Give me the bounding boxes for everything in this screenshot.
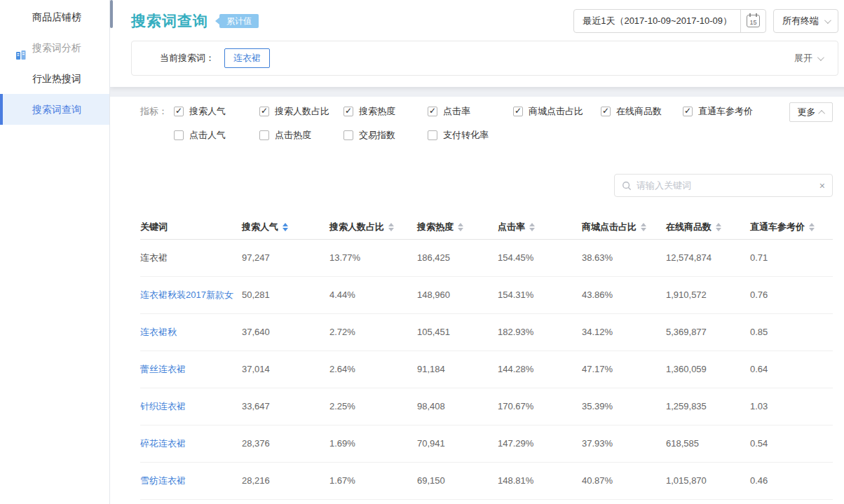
indicator-option[interactable]: 支付转化率 [428, 126, 513, 144]
sort-icon[interactable] [716, 223, 721, 231]
sidebar-menu: 商品店铺榜搜索词分析行业热搜词搜索词查询 [0, 1, 109, 125]
keyword-search-input[interactable] [637, 180, 815, 191]
column-header-inner: 商城点击占比 [582, 221, 646, 233]
main-area: 搜索词查询 累计值 最近1天（2017-10-09~2017-10-09） 15… [110, 0, 844, 504]
column-header-inner: 关键词 [140, 221, 168, 233]
indicator-option[interactable]: 点击率 [428, 102, 513, 121]
column-header-inner: 在线商品数 [666, 221, 721, 233]
value-cell: 34.12% [582, 313, 666, 350]
sort-icon[interactable] [809, 223, 815, 231]
current-term-label: 当前搜索词： [160, 52, 215, 64]
calendar-icon: 15 [747, 15, 760, 27]
column-header[interactable]: 搜索热度 [417, 215, 498, 239]
indicator-option[interactable]: 点击人气 [174, 126, 259, 144]
value-cell: 148.81% [498, 462, 582, 499]
table-row: 雪纺连衣裙28,2161.67%69,150148.81%40.87%1,015… [140, 462, 833, 499]
value-cell: 37,640 [242, 313, 329, 350]
value-cell: 1.67% [329, 462, 417, 499]
indicator-option[interactable]: 交易指数 [343, 126, 428, 144]
value-cell: 105,451 [417, 313, 498, 350]
value-cell: 1,259,835 [666, 388, 750, 425]
sort-icon[interactable] [283, 223, 288, 231]
keyword-cell: 连衣裙秋装2017新款女 [140, 276, 242, 313]
indicator-option[interactable]: 搜索人数占比 [259, 102, 343, 121]
indicator-option-label: 搜索人气 [189, 105, 226, 118]
keyword-link[interactable]: 连衣裙秋装2017新款女 [140, 290, 233, 300]
sort-icon[interactable] [458, 223, 463, 231]
sidebar-item[interactable]: 搜索词分析 [0, 32, 109, 63]
table-row: 连衣裙秋37,6402.72%105,451182.93%34.12%5,369… [140, 313, 833, 350]
checkbox-icon[interactable] [174, 107, 184, 116]
indicator-label: 指标： [140, 102, 174, 144]
indicator-option-label: 搜索热度 [359, 105, 395, 118]
sidebar-item[interactable]: 搜索词查询 [0, 94, 109, 125]
indicator-option[interactable]: 直通车参考价 [683, 102, 753, 121]
value-cell: 1,015,870 [666, 462, 750, 499]
checkbox-icon[interactable] [343, 130, 353, 140]
sidebar-item[interactable]: 商品店铺榜 [0, 1, 109, 32]
keyword-link[interactable]: 针织连衣裙 [140, 401, 186, 411]
checkbox-icon[interactable] [259, 130, 269, 140]
keyword-link[interactable]: 蕾丝连衣裙 [140, 364, 186, 374]
column-header-label: 搜索热度 [417, 221, 454, 233]
keyword-link[interactable]: 连衣裙秋 [140, 327, 177, 337]
value-cell: 186,425 [417, 239, 498, 276]
page-header: 搜索词查询 累计值 最近1天（2017-10-09~2017-10-09） 15… [110, 0, 844, 87]
indicator-option[interactable]: 点击热度 [259, 126, 343, 144]
value-cell: 170.67% [498, 388, 582, 425]
value-cell: 12,574,874 [666, 239, 750, 276]
checkbox-icon[interactable] [259, 107, 269, 116]
column-header[interactable]: 商城点击占比 [582, 215, 666, 239]
date-range-picker[interactable]: 最近1天（2017-10-09~2017-10-09） 15 [573, 9, 766, 33]
column-header[interactable]: 搜索人数占比 [329, 215, 417, 239]
expand-toggle[interactable]: 展开 [794, 52, 822, 64]
indicator-grid: 搜索人气搜索人数占比搜索热度点击率商城点击占比在线商品数直通车参考价点击人气点击… [174, 102, 753, 144]
sort-icon[interactable] [641, 223, 646, 231]
sidebar-item[interactable]: 行业热搜词 [0, 63, 109, 94]
checkbox-icon[interactable] [683, 107, 693, 116]
keyword-link[interactable]: 雪纺连衣裙 [140, 475, 186, 486]
chevron-up-icon [818, 109, 825, 116]
column-header[interactable]: 在线商品数 [666, 215, 750, 239]
value-cell: 0.76 [750, 276, 833, 313]
sort-icon[interactable] [388, 223, 394, 231]
value-cell: 0.71 [750, 239, 833, 276]
table-row: 碎花连衣裙28,3761.69%70,941147.29%37.93%618,5… [140, 425, 833, 462]
sidebar-scrollbar-thumb[interactable] [110, 0, 113, 28]
terminal-select[interactable]: 所有终端 [773, 9, 838, 33]
more-button[interactable]: 更多 [789, 102, 833, 122]
column-header[interactable]: 点击率 [498, 215, 582, 239]
column-header-label: 搜索人数占比 [329, 221, 384, 233]
indicator-option[interactable]: 搜索热度 [343, 102, 428, 121]
value-cell: 1.03 [750, 388, 833, 425]
indicator-option[interactable]: 搜索人气 [174, 102, 259, 121]
indicator-option-label: 点击率 [443, 105, 470, 118]
column-header[interactable]: 搜索人气 [242, 215, 329, 239]
indicator-option[interactable]: 商城点击占比 [513, 102, 601, 121]
checkbox-icon[interactable] [174, 130, 184, 140]
calendar-button[interactable]: 15 [740, 10, 765, 32]
checkbox-icon[interactable] [428, 107, 437, 116]
sidebar-item-label: 商品店铺榜 [32, 11, 81, 22]
column-header-inner: 搜索人气 [242, 221, 288, 233]
more-button-label: 更多 [798, 106, 816, 118]
value-cell: 618,585 [666, 425, 750, 462]
title-row: 搜索词查询 累计值 最近1天（2017-10-09~2017-10-09） 15… [131, 8, 838, 34]
value-cell: 40.87% [582, 462, 666, 499]
keyword-link[interactable]: 碎花连衣裙 [140, 438, 186, 449]
checkbox-icon[interactable] [601, 107, 611, 116]
checkbox-icon[interactable] [428, 130, 437, 140]
column-header[interactable]: 直通车参考价 [750, 215, 833, 239]
checkbox-icon[interactable] [343, 107, 353, 116]
column-header-label: 搜索人气 [242, 221, 278, 233]
clear-icon[interactable]: × [819, 181, 825, 191]
sidebar-item-label: 搜索词查询 [32, 104, 81, 115]
value-cell: 147.29% [498, 425, 582, 462]
current-term-tag[interactable]: 连衣裙 [224, 48, 270, 68]
column-header-inner: 搜索人数占比 [329, 221, 394, 233]
checkbox-icon[interactable] [513, 107, 523, 116]
indicator-option[interactable]: 在线商品数 [601, 102, 683, 121]
value-cell: 91,184 [417, 350, 498, 388]
keyword-cell: 蕾丝连衣裙 [140, 350, 242, 388]
sort-icon[interactable] [529, 223, 535, 231]
